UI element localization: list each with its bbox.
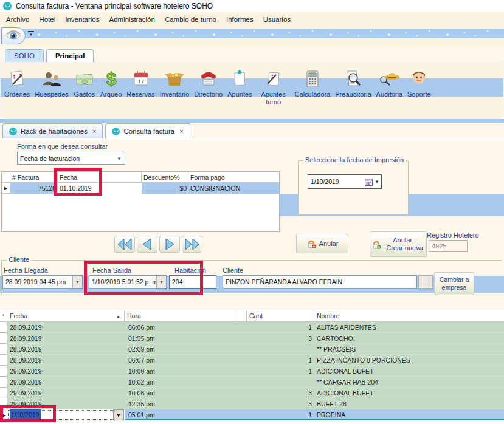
cliente-browse-button[interactable]: ... xyxy=(418,275,433,289)
menu-item[interactable]: Administración xyxy=(104,14,159,25)
table-row[interactable]: 28.09.2019 06:07 pm 1 PIZZA INCANTO 8 PO… xyxy=(0,355,504,366)
notes-icon xyxy=(230,64,249,89)
anular-crear-button[interactable]: Anular - Crear nueva xyxy=(370,231,427,257)
col-fecha[interactable]: Fecha ▲ xyxy=(7,310,125,322)
col-nombre[interactable]: Nombre xyxy=(314,310,504,322)
fecha-llegada-label: Fecha Llegada xyxy=(4,267,48,274)
editing-row[interactable]: ▶ 1/10/2019 ▾ 05:01 pm 1 PROPINA xyxy=(0,409,504,420)
col-forma-pago[interactable]: Forma pago xyxy=(188,172,279,183)
last-record-button[interactable] xyxy=(182,236,202,253)
cell-fecha: 28.09.2019 xyxy=(10,333,42,344)
cell-fecha: 29.09.2019 xyxy=(10,377,42,388)
chevron-down-icon[interactable]: ▾ xyxy=(72,276,82,288)
menu-item[interactable]: Informes xyxy=(221,14,258,25)
orders-icon xyxy=(7,64,27,89)
table-row[interactable]: 29.09.2019 12:35 pm 3 BUFET 28 xyxy=(0,398,504,409)
selector-header-cell xyxy=(2,172,10,183)
fecha-edit-cell[interactable]: 1/10/2019 xyxy=(7,409,125,420)
cell-hora: 10:00 am xyxy=(128,366,155,377)
selected-date-text: 1/10/2019 xyxy=(10,409,41,420)
close-icon[interactable]: × xyxy=(179,128,183,135)
consulta-factura-page: Forma en que desea consultar Fecha de fa… xyxy=(0,138,504,424)
toolbar-item-gastos[interactable]: Gastos xyxy=(74,64,95,98)
toolbar-item-auditoria[interactable]: Auditoria xyxy=(376,64,402,98)
cell-fecha: 29.09.2019 xyxy=(10,366,42,377)
table-row[interactable]: 29.09.2019 10:06 am 3 ADICIONAL BUFET xyxy=(0,388,504,398)
print-date-picker[interactable]: 1/10/2019 ▾ xyxy=(308,174,382,189)
row-selector-arrow: ▶ xyxy=(0,409,7,420)
cell-fecha: 28.09.2019 xyxy=(10,344,42,355)
cell-nombre: ** PRACSEIS xyxy=(317,344,356,355)
tab-soho[interactable]: SOHO xyxy=(5,49,44,62)
cell-nombre: BUFET 28 xyxy=(317,398,347,409)
fecha-llegada-select[interactable]: 28.09.2019 04:45 pm ▾ xyxy=(2,275,83,289)
table-row[interactable]: 29.09.2019 10:02 am ** CARGAR HAB 204 xyxy=(0,377,504,388)
toolbar-item-ordenes[interactable]: Ordenes xyxy=(4,64,30,98)
menu-item[interactable]: Cambio de turno xyxy=(160,14,221,25)
directory-icon xyxy=(198,64,219,89)
toolbar-item-arqueo[interactable]: $ Arqueo xyxy=(100,64,122,98)
close-icon[interactable]: × xyxy=(92,128,96,135)
next-record-button[interactable] xyxy=(159,236,180,253)
audit-icon xyxy=(378,64,401,89)
tab-principal[interactable]: Principal xyxy=(46,49,94,62)
menu-item[interactable]: Hotel xyxy=(34,14,60,25)
col-descuento[interactable]: Descuento% xyxy=(142,172,188,183)
menu-item[interactable]: Archivo xyxy=(1,14,34,25)
cambiar-empresa-button[interactable]: Cambiar a empresa xyxy=(434,272,474,295)
cell-hora: 01:55 pm xyxy=(128,333,155,344)
fecha-salida-label: Fecha Salida xyxy=(92,267,131,274)
cell-hora: 02:09 pm xyxy=(128,344,155,355)
toolbar-item-soporte[interactable]: Soporte xyxy=(407,64,431,98)
void-invoice-icon xyxy=(306,239,316,248)
toolbar-item-directorio[interactable]: Directorio xyxy=(194,64,223,98)
chevron-down-icon[interactable]: ▾ xyxy=(156,276,166,288)
table-row[interactable]: 28.09.2019 06:06 pm 1 ALITAS ARIDENTES xyxy=(0,322,504,333)
cell-fecha[interactable]: 01.10.2019 xyxy=(58,183,142,194)
menu-item[interactable]: Inventarios xyxy=(60,14,104,25)
eye-icon xyxy=(5,30,22,42)
toolbar-item-calculadora[interactable]: Calculadora xyxy=(295,64,331,98)
col-fecha[interactable]: Fecha xyxy=(58,172,142,183)
doc-tab-consulta[interactable]: Consulta factura × xyxy=(105,123,190,138)
cell-factura: 75128 xyxy=(10,183,58,194)
toolbar-item-preauditoria[interactable]: Preauditoria xyxy=(335,64,371,98)
svg-text:$: $ xyxy=(106,69,116,89)
toolbar-item-apuntes-turno[interactable]: Apuntes turno xyxy=(257,64,290,106)
toolbar-item-inventario[interactable]: Inventario xyxy=(160,64,189,98)
toolbar-item-reservas[interactable]: 17 Reservas xyxy=(126,64,154,98)
first-record-button[interactable] xyxy=(114,236,135,253)
cell-cant xyxy=(247,344,312,355)
table-row[interactable]: 29.09.2019 10:00 am 1 ADICIONAL BUFET xyxy=(0,366,504,377)
table-row[interactable]: 28.09.2019 02:09 pm ** PRACSEIS xyxy=(0,344,504,355)
toolbar-item-apuntes[interactable]: Apuntes xyxy=(227,64,252,98)
col-factura[interactable]: # Factura xyxy=(10,172,58,183)
cell-nombre: ADICIONAL BUFET xyxy=(317,388,374,398)
table-row[interactable]: 28.09.2019 01:55 pm 3 CARTOCHO. xyxy=(0,333,504,344)
habitacion-field[interactable]: 204 xyxy=(169,275,216,289)
col-hora[interactable]: Hora xyxy=(125,310,236,322)
anular-button[interactable]: Anular xyxy=(296,234,348,253)
invoice-row[interactable]: ▶ 75128 01.10.2019 $0 CONSIGNACION xyxy=(2,183,279,194)
query-mode-select[interactable]: Fecha de facturacion ▾ xyxy=(17,152,125,165)
doc-tab-label: Consulta factura xyxy=(123,128,174,135)
toolbar-strip: ▾ xyxy=(0,27,504,47)
preaudit-icon xyxy=(343,64,364,89)
cell-fecha: 28.09.2019 xyxy=(10,355,42,366)
col-cant[interactable]: Cant xyxy=(247,310,314,322)
toolbar-item-huespedes[interactable]: Huespedes xyxy=(35,64,69,98)
cell-nombre: ADICIONAL BUFET xyxy=(317,366,374,377)
view-eye-button[interactable] xyxy=(1,27,26,44)
menu-item[interactable]: Usuarios xyxy=(258,14,295,25)
cliente-field[interactable]: PINZON PEÑARANDA ALVARO EFRAIN xyxy=(223,275,417,289)
shift-notes-icon xyxy=(263,64,284,89)
previous-record-button[interactable] xyxy=(137,236,157,253)
toolbar-overflow-button[interactable]: ▾ xyxy=(28,31,34,38)
registro-hotelero-label: Registro Hotelero xyxy=(427,231,479,239)
doc-tab-rack[interactable]: Rack de habitaciones × xyxy=(2,123,103,138)
menu-bar: ArchivoHotelInventariosAdministraciónCam… xyxy=(0,12,504,27)
date-dropdown-button[interactable]: ▾ xyxy=(113,409,124,420)
fecha-salida-select[interactable]: 1/10/2019 5:01:52 p. m. ▾ xyxy=(89,275,167,289)
cell-cant: 1 xyxy=(247,355,312,366)
cell-nombre: PROPINA xyxy=(317,409,345,420)
